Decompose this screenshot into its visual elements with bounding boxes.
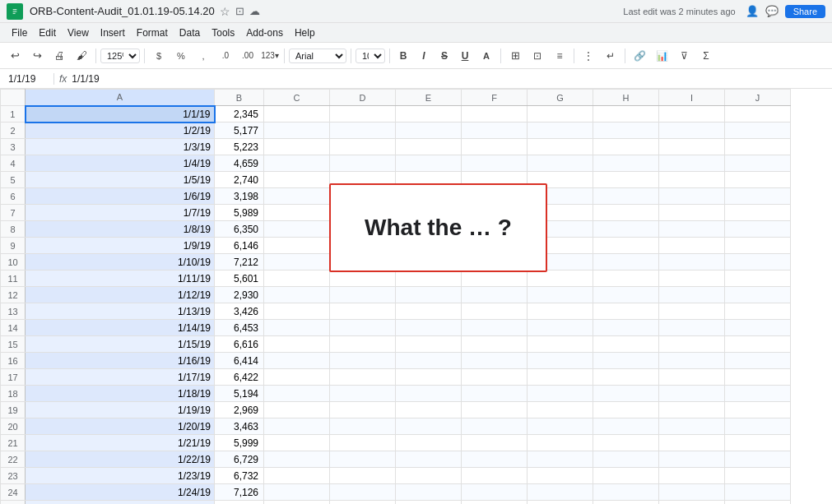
cell-f25[interactable] — [462, 501, 528, 505]
cell-f20[interactable] — [462, 418, 528, 435]
cell-i19[interactable] — [659, 402, 725, 418]
cell-e20[interactable] — [396, 418, 462, 435]
cell-g25[interactable] — [528, 501, 593, 505]
cell-a1[interactable]: 1/1/19 — [26, 106, 215, 123]
cell-a19[interactable]: 1/19/19 — [26, 402, 215, 418]
cell-b21[interactable]: 5,999 — [215, 435, 264, 451]
cell-f21[interactable] — [462, 435, 528, 451]
cell-d3[interactable] — [330, 139, 396, 155]
col-h-header[interactable]: H — [593, 90, 659, 106]
cell-a20[interactable]: 1/20/19 — [26, 418, 215, 435]
cell-i6[interactable] — [659, 188, 725, 205]
strikethrough-button[interactable]: S — [435, 47, 453, 65]
cell-g4[interactable] — [528, 155, 593, 172]
cell-d4[interactable] — [330, 155, 396, 172]
cell-j6[interactable] — [725, 188, 791, 205]
cell-f13[interactable] — [462, 303, 528, 320]
cell-a14[interactable]: 1/14/19 — [26, 320, 215, 336]
comments-icon[interactable]: 💬 — [765, 5, 779, 18]
cell-e3[interactable] — [396, 139, 462, 155]
cell-j18[interactable] — [725, 386, 791, 402]
cell-b5[interactable]: 2,740 — [215, 172, 264, 188]
cell-h18[interactable] — [593, 386, 659, 402]
cell-c23[interactable] — [264, 468, 330, 484]
cell-a7[interactable]: 1/7/19 — [26, 205, 215, 221]
cell-h6[interactable] — [593, 188, 659, 205]
cell-a5[interactable]: 1/5/19 — [26, 172, 215, 188]
cell-c8[interactable] — [264, 221, 330, 238]
share-button[interactable]: Share — [785, 5, 825, 18]
col-j-header[interactable]: J — [725, 90, 791, 106]
cell-j10[interactable] — [725, 254, 791, 270]
cell-a21[interactable]: 1/21/19 — [26, 435, 215, 451]
cell-h1[interactable] — [593, 106, 659, 123]
text-color-button[interactable]: A — [476, 46, 496, 66]
cell-c21[interactable] — [264, 435, 330, 451]
cell-e2[interactable] — [396, 123, 462, 139]
cell-i17[interactable] — [659, 369, 725, 386]
cell-c6[interactable] — [264, 188, 330, 205]
cell-j14[interactable] — [725, 320, 791, 336]
redo-button[interactable]: ↪ — [27, 46, 47, 66]
cell-h17[interactable] — [593, 369, 659, 386]
cell-g3[interactable] — [528, 139, 593, 155]
cell-e14[interactable] — [396, 320, 462, 336]
font-select[interactable]: ArialTimes New RomanCalibri — [289, 49, 346, 63]
cell-a3[interactable]: 1/3/19 — [26, 139, 215, 155]
cell-d11[interactable] — [330, 270, 396, 287]
cell-i22[interactable] — [659, 451, 725, 468]
cell-f16[interactable] — [462, 353, 528, 369]
menu-item-view[interactable]: View — [63, 25, 94, 40]
cell-a12[interactable]: 1/12/19 — [26, 287, 215, 303]
cell-j2[interactable] — [725, 123, 791, 139]
cell-i4[interactable] — [659, 155, 725, 172]
valign-button[interactable]: ⋮ — [579, 46, 598, 66]
percent-button[interactable]: % — [171, 46, 191, 66]
menu-item-data[interactable]: Data — [174, 25, 205, 40]
cell-h20[interactable] — [593, 418, 659, 435]
cell-j20[interactable] — [725, 418, 791, 435]
cell-c16[interactable] — [264, 353, 330, 369]
cell-h2[interactable] — [593, 123, 659, 139]
cell-c3[interactable] — [264, 139, 330, 155]
cell-d22[interactable] — [330, 451, 396, 468]
cell-d15[interactable] — [330, 336, 396, 353]
cell-h8[interactable] — [593, 221, 659, 238]
cell-j3[interactable] — [725, 139, 791, 155]
cell-b11[interactable]: 5,601 — [215, 270, 264, 287]
cell-b12[interactable]: 2,930 — [215, 287, 264, 303]
cell-h22[interactable] — [593, 451, 659, 468]
cell-a18[interactable]: 1/18/19 — [26, 386, 215, 402]
cell-e4[interactable] — [396, 155, 462, 172]
cell-c20[interactable] — [264, 418, 330, 435]
cell-d1[interactable] — [330, 106, 396, 123]
cell-b19[interactable]: 2,969 — [215, 402, 264, 418]
cell-j8[interactable] — [725, 221, 791, 238]
cell-d24[interactable] — [330, 484, 396, 501]
cell-j13[interactable] — [725, 303, 791, 320]
cell-j22[interactable] — [725, 451, 791, 468]
cell-b22[interactable]: 6,729 — [215, 451, 264, 468]
paint-format-button[interactable]: 🖌 — [72, 46, 91, 66]
cell-f3[interactable] — [462, 139, 528, 155]
cell-c7[interactable] — [264, 205, 330, 221]
cell-h4[interactable] — [593, 155, 659, 172]
cell-b24[interactable]: 7,126 — [215, 484, 264, 501]
cell-i3[interactable] — [659, 139, 725, 155]
cell-g23[interactable] — [528, 468, 593, 484]
undo-button[interactable]: ↩ — [5, 46, 25, 66]
cell-i11[interactable] — [659, 270, 725, 287]
formula-input[interactable] — [72, 73, 827, 85]
cell-ref-input[interactable] — [5, 73, 54, 85]
cell-b8[interactable]: 6,350 — [215, 221, 264, 238]
cell-e21[interactable] — [396, 435, 462, 451]
cell-g15[interactable] — [528, 336, 593, 353]
cell-i14[interactable] — [659, 320, 725, 336]
cell-a16[interactable]: 1/16/19 — [26, 353, 215, 369]
borders-button[interactable]: ⊞ — [505, 46, 525, 66]
cell-a17[interactable]: 1/17/19 — [26, 369, 215, 386]
cell-b7[interactable]: 5,989 — [215, 205, 264, 221]
menu-item-format[interactable]: Format — [132, 25, 173, 40]
cell-a25[interactable]: 1/25/19 — [26, 501, 215, 505]
cell-a23[interactable]: 1/23/19 — [26, 468, 215, 484]
